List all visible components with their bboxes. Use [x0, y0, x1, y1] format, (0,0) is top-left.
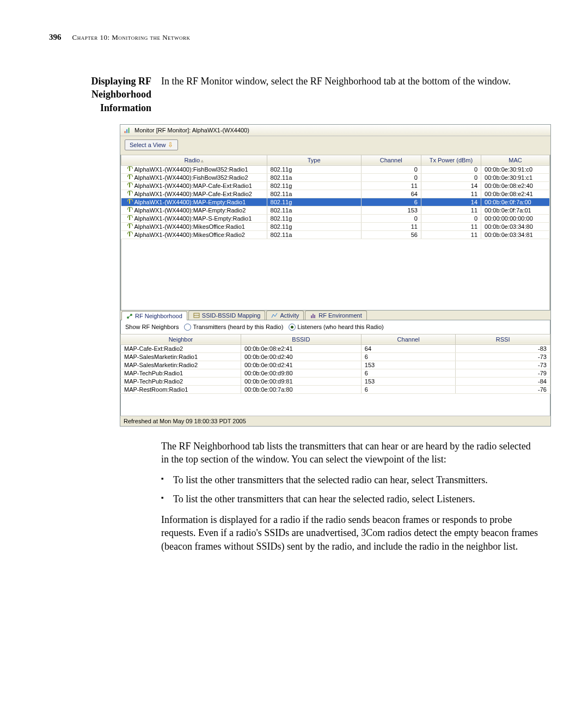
cell-channel: 0: [361, 173, 421, 181]
section-intro: In the RF Monitor window, select the RF …: [161, 76, 511, 87]
cell-rssi: -76: [456, 385, 550, 393]
svg-line-5: [128, 315, 131, 317]
radio-listeners[interactable]: Listeners (who heard this Radio): [289, 324, 383, 331]
table-row[interactable]: MAP-RestRoom:Radio100:0b:0e:00:7a:806-76: [121, 385, 550, 393]
cell-type: 802.11g: [267, 222, 361, 230]
cell-mac: 00:0b:0e:30:91:c1: [481, 173, 550, 181]
tab-activity-label: Activity: [280, 312, 299, 319]
cell-type: 802.11a: [267, 173, 361, 181]
table-row[interactable]: AlphaWX1-(WX4400):MAP-Cafe-Ext:Radio1802…: [121, 181, 550, 190]
rf-environment-icon: [310, 312, 316, 319]
cell-txpower: 14: [421, 198, 481, 206]
select-view-label: Select a View: [130, 142, 166, 148]
table-row[interactable]: MAP-TechPub:Radio100:0b:0e:00:d9:806-79: [121, 369, 550, 377]
cell-radio-name: AlphaWX1-(WX4400):FishBowl352:Radio1: [134, 166, 248, 173]
table-row[interactable]: AlphaWX1-(WX4400):MAP-S-Empty:Radio1802.…: [121, 214, 550, 222]
col-header-txpower[interactable]: Tx Power (dBm): [421, 155, 481, 165]
cell-rssi: -73: [456, 361, 550, 369]
status-text: Refreshed at Mon May 09 18:00:33 PDT 200…: [124, 418, 246, 424]
cell-channel: 6: [361, 198, 421, 206]
cell-mac: 00:0b:0e:03:34:81: [481, 230, 550, 239]
cell-txpower: 0: [421, 173, 481, 181]
followup-p1: The RF Neighborhood tab lists the transm…: [161, 440, 539, 466]
ncol-header-rssi[interactable]: RSSI: [456, 334, 550, 344]
table-row[interactable]: AlphaWX1-(WX4400):FishBowl352:Radio2802.…: [121, 173, 550, 181]
table-row[interactable]: AlphaWX1-(WX4400):MAP-Cafe-Ext:Radio2802…: [121, 190, 550, 198]
tab-rf-neighborhood[interactable]: RF Neighborhood: [121, 311, 187, 320]
bottom-tabs: RF Neighborhood SSID-BSSID Mapping Activ…: [120, 311, 550, 320]
cell-bssid: 00:0b:0e:00:d9:81: [241, 377, 361, 385]
antenna-icon: [127, 215, 132, 222]
table-row[interactable]: AlphaWX1-(WX4400):MikesOffice:Radio2802.…: [121, 230, 550, 239]
cell-type: 802.11a: [267, 206, 361, 214]
section-title-l1: Displaying RF: [91, 76, 151, 87]
cell-channel: 6: [361, 352, 456, 361]
cell-channel: 6: [361, 385, 456, 393]
col-header-channel[interactable]: Channel: [361, 155, 421, 165]
antenna-icon: [127, 207, 132, 214]
page-number: 396: [49, 33, 62, 42]
table-row[interactable]: MAP-SalesMarketin:Radio100:0b:0e:00:d2:4…: [121, 352, 550, 361]
ncol-header-channel[interactable]: Channel: [361, 334, 456, 344]
cell-channel: 56: [361, 230, 421, 239]
tab-activity[interactable]: Activity: [266, 311, 304, 320]
svg-rect-1: [126, 129, 127, 133]
cell-txpower: 11: [421, 206, 481, 214]
cell-radio-name: AlphaWX1-(WX4400):MAP-Cafe-Ext:Radio1: [134, 182, 252, 189]
chapter-title: Chapter 10: Monitoring the Network: [72, 33, 191, 42]
cell-txpower: 11: [421, 190, 481, 198]
ncol-header-bssid[interactable]: BSSID: [241, 334, 361, 344]
cell-rssi: -84: [456, 377, 550, 385]
ssid-mapping-icon: [193, 312, 200, 319]
rf-neighborhood-icon: [126, 313, 133, 319]
svg-rect-8: [311, 315, 312, 318]
activity-icon: [271, 312, 278, 319]
filter-label: Show RF Neighbors: [125, 324, 179, 330]
radio-table[interactable]: Radio▵ Type Channel Tx Power (dBm) MAC A…: [121, 155, 550, 239]
cell-txpower: 0: [421, 214, 481, 222]
cell-channel: 6: [361, 369, 456, 377]
section-title-l2: Neighborhood: [91, 89, 151, 100]
cell-mac: 00:0b:0e:0f:7a:01: [481, 206, 550, 214]
col-header-type[interactable]: Type: [267, 155, 361, 165]
neighbor-table[interactable]: Neighbor BSSID Channel RSSI MAP-Cafe-Ext…: [120, 334, 550, 394]
table-row[interactable]: AlphaWX1-(WX4400):MAP-Empty:Radio2802.11…: [121, 206, 550, 214]
svg-rect-2: [128, 128, 130, 133]
table-row[interactable]: MAP-SalesMarketin:Radio200:0b:0e:00:d2:4…: [121, 361, 550, 369]
table-row[interactable]: MAP-Cafe-Ext:Radio200:0b:0e:08:e2:4164-8…: [121, 344, 550, 352]
svg-rect-9: [313, 314, 314, 318]
antenna-icon: [127, 199, 132, 205]
cell-mac: 00:0b:0e:08:e2:40: [481, 181, 550, 190]
table-row[interactable]: AlphaWX1-(WX4400):FishBowl352:Radio1802.…: [121, 165, 550, 173]
followup-p2: Information is displayed for a radio if …: [161, 513, 539, 553]
ncol-header-neighbor[interactable]: Neighbor: [121, 334, 241, 344]
cell-channel: 153: [361, 361, 456, 369]
tab-ssid-bssid[interactable]: SSID-BSSID Mapping: [188, 311, 266, 320]
cell-mac: 00:00:00:00:00:00: [481, 214, 550, 222]
section-title: Displaying RF Neighborhood Information: [49, 75, 151, 114]
cell-bssid: 00:0b:0e:00:d2:41: [241, 361, 361, 369]
cell-txpower: 14: [421, 181, 481, 190]
tab-rf-environment[interactable]: RF Environment: [305, 311, 366, 320]
cell-rssi: -83: [456, 344, 550, 352]
table-row[interactable]: MAP-TechPub:Radio200:0b:0e:00:d9:81153-8…: [121, 377, 550, 385]
svg-rect-10: [314, 315, 315, 318]
antenna-icon: [127, 223, 132, 230]
cell-radio-name: AlphaWX1-(WX4400):MikesOffice:Radio2: [134, 232, 245, 238]
table-row[interactable]: AlphaWX1-(WX4400):MAP-Empty:Radio1802.11…: [121, 198, 550, 206]
cell-bssid: 00:0b:0e:00:7a:80: [241, 385, 361, 393]
cell-channel: 0: [361, 214, 421, 222]
select-view-button[interactable]: Select a View ⇩: [125, 139, 178, 150]
cell-radio-name: AlphaWX1-(WX4400):MikesOffice:Radio1: [134, 223, 245, 230]
col-header-mac[interactable]: MAC: [481, 155, 550, 165]
radio-transmitters[interactable]: Transmitters (heard by this Radio): [184, 324, 283, 331]
antenna-icon: [127, 166, 132, 173]
cell-mac: 00:0b:0e:0f:7a:00: [481, 198, 550, 206]
table-row[interactable]: AlphaWX1-(WX4400):MikesOffice:Radio1802.…: [121, 222, 550, 230]
antenna-icon: [127, 174, 132, 181]
bullet-listeners: To list the other transmitters that can …: [161, 492, 539, 506]
cell-radio-name: AlphaWX1-(WX4400):MAP-Empty:Radio1: [134, 199, 246, 205]
page-header: 396 Chapter 10: Monitoring the Network: [49, 33, 539, 42]
app-icon: [124, 126, 131, 134]
col-header-radio[interactable]: Radio▵: [121, 155, 267, 165]
